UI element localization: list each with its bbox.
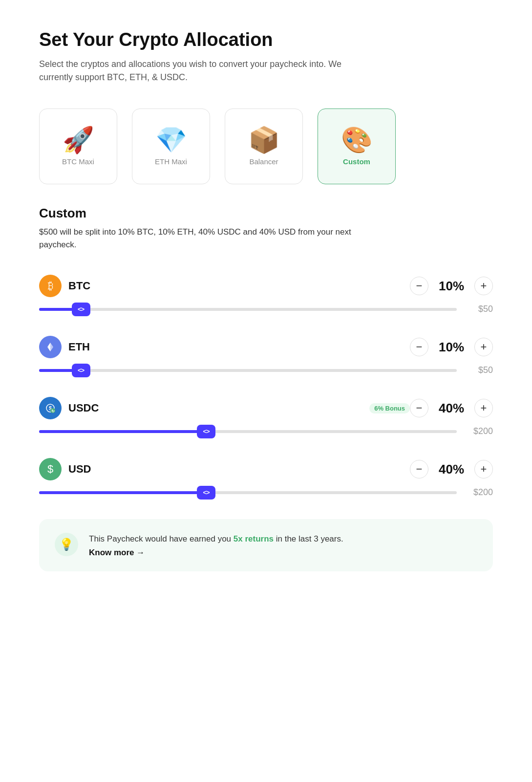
btc-maxi-icon: 🚀: [63, 127, 94, 152]
asset-row-usd: $ USD − 40% + <> $200: [39, 458, 493, 498]
btc-maxi-label: BTC Maxi: [62, 157, 94, 166]
usd-plus-button[interactable]: +: [474, 460, 493, 478]
eth-amount: $50: [465, 365, 493, 375]
btc-icon: ₿: [39, 275, 62, 297]
alloc-card-btc-maxi[interactable]: 🚀 BTC Maxi: [39, 109, 117, 184]
usd-minus-button[interactable]: −: [410, 460, 428, 478]
eth-maxi-label: ETH Maxi: [155, 157, 187, 166]
info-banner-text: This Paycheck would have earned you 5x r…: [89, 533, 343, 545]
allocation-type-selector: 🚀 BTC Maxi 💎 ETH Maxi 📦 Balancer 🎨 Custo…: [39, 109, 493, 184]
eth-thumb-icon: <>: [78, 367, 84, 374]
page-subtitle: Select the cryptos and allocations you w…: [39, 58, 371, 84]
asset-row-eth: ETH − 10% + <> $50: [39, 336, 493, 375]
info-banner: 💡 This Paycheck would have earned you 5x…: [39, 519, 493, 571]
info-text-before: This Paycheck would have earned you: [89, 534, 234, 543]
info-know-more-link[interactable]: Know more →: [89, 548, 145, 558]
btc-thumb-icon: <>: [78, 305, 84, 313]
info-bulb-icon: 💡: [55, 533, 78, 556]
svg-text:↻: ↻: [51, 409, 55, 413]
usdc-name: USDC: [68, 402, 363, 414]
asset-row-usdc: $ ↻ USDC 6% Bonus − 40% + <> $200: [39, 397, 493, 436]
usd-name: USD: [68, 463, 410, 476]
page-title: Set Your Crypto Allocation: [39, 29, 493, 51]
alloc-card-custom[interactable]: 🎨 Custom: [318, 109, 396, 184]
btc-slider-thumb[interactable]: <>: [72, 303, 90, 316]
eth-percentage: 10%: [434, 340, 468, 355]
alloc-card-balancer[interactable]: 📦 Balancer: [225, 109, 303, 184]
usdc-minus-button[interactable]: −: [410, 399, 428, 417]
btc-slider[interactable]: <>: [39, 306, 457, 312]
balancer-icon: 📦: [248, 127, 280, 152]
usdc-icon: $ ↻: [39, 397, 62, 419]
usdc-controls: − 40% +: [410, 399, 493, 417]
eth-slider-row: <> $50: [39, 365, 493, 375]
selected-type-name: Custom: [39, 206, 493, 221]
eth-name: ETH: [68, 341, 410, 353]
usdc-slider[interactable]: <>: [39, 429, 457, 434]
usdc-slider-thumb[interactable]: <>: [197, 425, 215, 438]
info-returns-highlight: 5x returns: [234, 534, 274, 543]
usdc-percentage: 40%: [434, 401, 468, 416]
usdc-slider-fill: [39, 430, 206, 433]
usd-slider-thumb[interactable]: <>: [197, 486, 215, 500]
selected-type-desc: $500 will be split into 10% BTC, 10% ETH…: [39, 226, 381, 252]
usdc-thumb-icon: <>: [203, 428, 209, 435]
asset-row-btc: ₿ BTC − 10% + <> $50: [39, 275, 493, 314]
usd-controls: − 40% +: [410, 460, 493, 478]
eth-slider-thumb[interactable]: <>: [72, 364, 90, 377]
custom-icon: 🎨: [341, 127, 373, 152]
btc-plus-button[interactable]: +: [474, 277, 493, 295]
usdc-amount: $200: [465, 426, 493, 436]
usd-slider-row: <> $200: [39, 487, 493, 498]
alloc-card-eth-maxi[interactable]: 💎 ETH Maxi: [132, 109, 210, 184]
usdc-plus-button[interactable]: +: [474, 399, 493, 417]
usd-amount: $200: [465, 487, 493, 498]
usd-percentage: 40%: [434, 462, 468, 477]
btc-slider-row: <> $50: [39, 304, 493, 314]
usd-slider-fill: [39, 491, 206, 494]
custom-label: Custom: [343, 157, 370, 166]
eth-slider-track: [39, 369, 457, 372]
eth-controls: − 10% +: [410, 338, 493, 356]
btc-amount: $50: [465, 304, 493, 314]
usdc-slider-row: <> $200: [39, 426, 493, 436]
btc-controls: − 10% +: [410, 277, 493, 295]
usd-icon: $: [39, 458, 62, 480]
balancer-label: Balancer: [249, 157, 278, 166]
btc-name: BTC: [68, 280, 410, 292]
btc-percentage: 10%: [434, 279, 468, 294]
btc-slider-track: [39, 308, 457, 311]
eth-minus-button[interactable]: −: [410, 338, 428, 356]
usd-slider[interactable]: <>: [39, 490, 457, 496]
usd-thumb-icon: <>: [203, 489, 209, 496]
btc-minus-button[interactable]: −: [410, 277, 428, 295]
info-text-after: in the last 3 years.: [274, 534, 343, 543]
eth-plus-button[interactable]: +: [474, 338, 493, 356]
usdc-bonus-badge: 6% Bonus: [369, 403, 410, 413]
eth-slider[interactable]: <>: [39, 368, 457, 373]
eth-icon: [39, 336, 62, 358]
eth-maxi-icon: 💎: [155, 127, 187, 152]
info-banner-content: This Paycheck would have earned you 5x r…: [89, 533, 343, 557]
